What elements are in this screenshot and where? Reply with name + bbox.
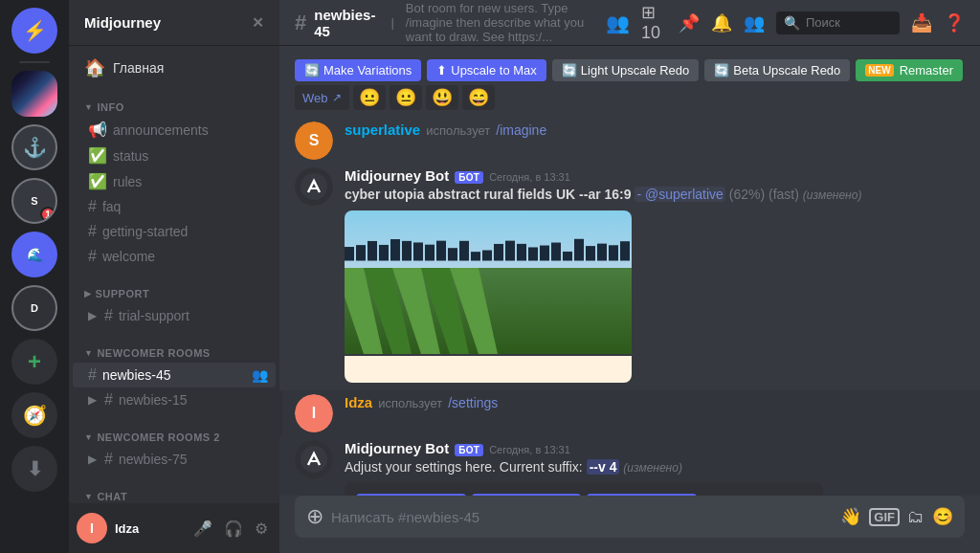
beta-upscale-redo-button[interactable]: 🔄 Beta Upscale Redo [704, 59, 850, 81]
channel-rules[interactable]: ✅ rules [73, 168, 276, 194]
attach-button[interactable]: ⊕ [306, 504, 323, 529]
hashtag-count-icon[interactable]: ⊞ 10 [641, 2, 667, 43]
chat-input-box: ⊕ 👋 GIF 🗂 😊 [295, 496, 965, 538]
wave-icon[interactable]: 👋 [840, 506, 861, 527]
midjourney-settings-message: Midjourney Bot БОТ Сегодня, в 13:31 Adju… [279, 436, 980, 496]
image-cell-3 [345, 356, 632, 383]
channel-section-info: ▼ INFO 📢 announcements ✅ status ✅ rules … [69, 86, 279, 269]
channel-announcements[interactable]: 📢 announcements [73, 117, 276, 143]
home-channel-item[interactable]: 🏠 Главная [73, 54, 276, 82]
newcomer2-label: NEWCOMER ROOMS 2 [97, 431, 219, 443]
web-link[interactable]: Web ↗ [295, 85, 349, 110]
category-info[interactable]: ▼ INFO [69, 86, 279, 117]
svg-point-1 [301, 446, 327, 473]
bot-tag: БОТ [455, 171, 483, 184]
light-upscale-redo-button[interactable]: 🔄 Light Upscale Redo [552, 59, 699, 81]
variations-icon: 🔄 [304, 63, 320, 77]
chat-input-area: ⊕ 👋 GIF 🗂 😊 [279, 496, 980, 553]
channel-trial-support[interactable]: ▶ # trial-support [73, 303, 276, 328]
settings-description-text: Adjust your settings here. Current suffi… [345, 458, 965, 477]
user-avatar: I [77, 513, 107, 543]
category-chat[interactable]: ▼ CHAT [69, 476, 279, 503]
gif-icon[interactable]: GIF [869, 508, 900, 526]
idza-avatar: I [295, 394, 333, 432]
midjourney-avatar-img-2 [295, 440, 333, 478]
username: Idza [115, 521, 139, 536]
emoji-reaction-1[interactable]: 😐 [353, 85, 386, 110]
emoji-reaction-4[interactable]: 😄 [462, 85, 495, 110]
channel-section-support: ▶ SUPPORT ▶ # trial-support [69, 273, 279, 328]
suffix-changed: (изменено) [623, 461, 682, 475]
channel-newbies-45[interactable]: # newbies-45 👥 [73, 363, 276, 387]
sticker-icon[interactable]: 🗂 [907, 507, 924, 527]
progress-text: (62%) [729, 187, 768, 202]
user-actions: 🎤 🎧 ⚙ [189, 518, 272, 540]
download-icon[interactable]: ⬇ [11, 446, 57, 492]
search-icon: 🔍 [784, 15, 800, 31]
inbox-icon[interactable]: 📥 [911, 12, 932, 33]
midjourney-timestamp: Сегодня, в 13:31 [489, 171, 570, 183]
server-icon-midjourney[interactable] [11, 71, 57, 117]
explore-icon[interactable]: 🧭 [11, 392, 57, 438]
pin-icon[interactable]: 📌 [679, 12, 700, 33]
settings-command[interactable]: /settings [448, 395, 498, 410]
channel-welcome[interactable]: # welcome [73, 244, 276, 269]
home-icon: 🏠 [84, 57, 105, 78]
server-icon-1[interactable]: ⚓ [11, 124, 57, 170]
collapse-arrow: ▶ [88, 309, 97, 322]
category-support[interactable]: ▶ SUPPORT [69, 273, 279, 303]
avatar-letter: I [90, 520, 94, 536]
new-badge: NEW [865, 64, 893, 77]
discord-home-icon[interactable]: ⚡ [11, 8, 57, 54]
search-input[interactable] [806, 15, 892, 30]
svg-point-0 [301, 173, 327, 200]
category-label: INFO [97, 101, 123, 113]
channel-faq[interactable]: # faq [73, 194, 276, 219]
mute-button[interactable]: 🎤 [189, 518, 216, 540]
beta-redo-icon: 🔄 [714, 63, 729, 77]
superlative-message-content: superlative использует /imagine [345, 122, 965, 160]
midjourney-author: Midjourney Bot [345, 167, 449, 184]
suffix-value: --v 4 [587, 459, 620, 475]
category-newcomer-rooms[interactable]: ▼ NEWCOMER ROOMS [69, 332, 279, 363]
emoji-icon[interactable]: 😊 [932, 506, 953, 527]
chat-messages: 🔄 Make Variations ⬆ Upscale to Max 🔄 Lig… [279, 46, 980, 496]
server-name: Midjourney [84, 14, 161, 31]
chat-header-right: 👥 ⊞ 10 📌 🔔 👥 🔍 📥 ❓ [606, 2, 965, 43]
message-input[interactable] [331, 509, 840, 525]
hash-icon-5: # [88, 366, 97, 384]
changed-tag: (изменено) [803, 188, 862, 202]
channel-title: newbies-45 [314, 7, 375, 39]
midjourney-image-message: Midjourney Bot БОТ Сегодня, в 13:31 cybe… [279, 164, 980, 387]
channel-list: 🏠 Главная ▼ INFO 📢 announcements ✅ statu… [69, 46, 279, 503]
make-variations-button[interactable]: 🔄 Make Variations [295, 59, 421, 81]
generated-image-grid [345, 210, 632, 383]
add-server-button[interactable]: + [11, 339, 57, 385]
channel-getting-started[interactable]: # getting-started [73, 219, 276, 244]
server-icon-2[interactable]: S 1 [11, 178, 57, 224]
channel-status[interactable]: ✅ status [73, 143, 276, 168]
channel-newbies-75[interactable]: ▶ # newbies-75 [73, 447, 276, 472]
newcomer-arrow: ▼ [84, 348, 93, 358]
remaster-button[interactable]: NEW Remaster [856, 59, 963, 81]
emoji-reaction-3[interactable]: 😃 [426, 85, 458, 110]
settings-button[interactable]: ⚙ [251, 518, 272, 540]
midjourney-prompt-text: cyber utopia abstract rural fields UK --… [345, 186, 965, 205]
search-bar[interactable]: 🔍 [776, 11, 900, 34]
server-icon-3[interactable]: 🌊 [11, 232, 57, 277]
server-icon-4[interactable]: D [11, 285, 57, 331]
channel-newbies-15[interactable]: ▶ # newbies-15 [73, 387, 276, 412]
people-count-icon[interactable]: 👥 [744, 12, 765, 33]
members-icon[interactable]: 👥 [606, 11, 630, 34]
hash-icon: # [88, 198, 97, 215]
bell-icon[interactable]: 🔔 [711, 12, 732, 33]
help-icon[interactable]: ❓ [944, 12, 965, 33]
emoji-reaction-2[interactable]: 😐 [390, 85, 422, 110]
server-header[interactable]: Midjourney ✕ [69, 0, 279, 46]
category-newcomer-rooms-2[interactable]: ▼ NEWCOMER ROOMS 2 [69, 416, 279, 447]
deafen-button[interactable]: 🎧 [220, 518, 247, 540]
upscale-max-button[interactable]: ⬆ Upscale to Max [427, 59, 546, 81]
chat-header: # newbies-45 | Bot room for new users. T… [279, 0, 980, 46]
support-label: SUPPORT [96, 288, 150, 299]
imagine-command[interactable]: /imagine [496, 122, 546, 138]
